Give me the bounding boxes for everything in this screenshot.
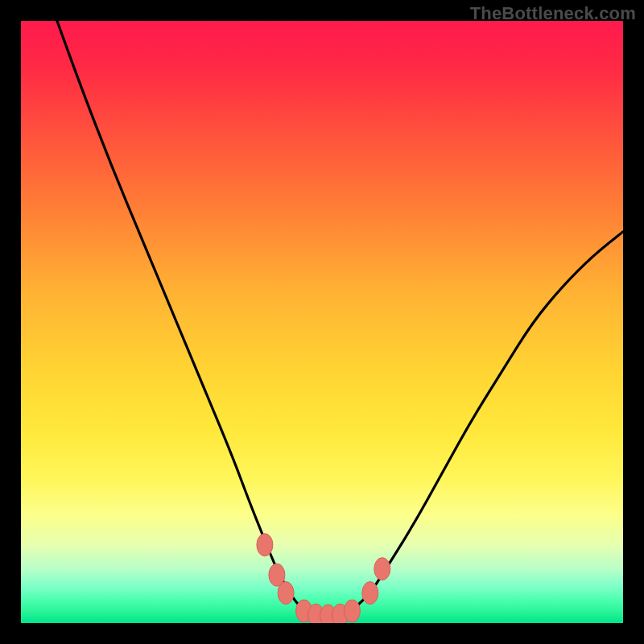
attribution-watermark: TheBottleneck.com xyxy=(470,3,636,24)
curve-marker xyxy=(344,600,360,622)
bottleneck-curve-path xyxy=(57,21,623,617)
curve-marker xyxy=(257,534,273,556)
curve-marker xyxy=(374,558,390,580)
bottleneck-curve-svg xyxy=(21,21,623,623)
curve-marker xyxy=(278,582,294,605)
curve-markers xyxy=(257,534,390,623)
chart-plot-area xyxy=(21,21,623,623)
curve-marker xyxy=(362,582,378,605)
